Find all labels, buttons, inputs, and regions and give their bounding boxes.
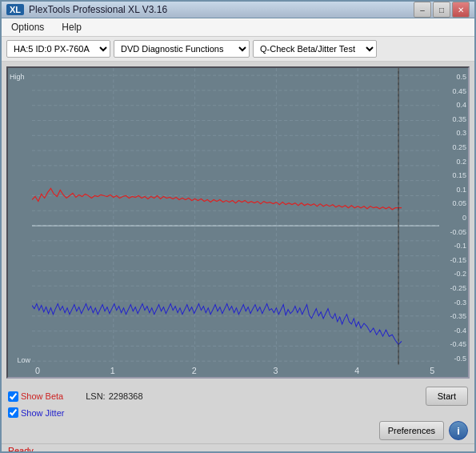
show-jitter-checkbox[interactable] [8,407,18,418]
y-labels-left: High Low [8,68,32,377]
chart-container: High Low [6,66,470,379]
y-right-17: -0.35 [441,312,466,320]
status-text: Ready [8,446,34,453]
svg-text:4: 4 [354,366,359,375]
svg-text:3: 3 [273,366,278,375]
y-label-high: High [10,73,25,81]
function-select[interactable]: DVD Diagnostic Functions [114,40,250,58]
close-button[interactable]: ✕ [452,2,470,18]
y-right-13: -0.15 [441,256,466,264]
chart-area-container: High Low [2,62,474,383]
y-right-4: 0.3 [441,129,466,137]
y-right-2: 0.4 [441,101,466,109]
controls-row1: Show Beta LSN: 2298368 Start [8,387,468,406]
menu-help[interactable]: Help [57,20,86,34]
y-right-9: 0.05 [441,199,466,207]
menu-bar: Options Help [2,18,474,37]
y-right-20: -0.5 [441,355,466,363]
lsn-value: 2298368 [109,391,143,401]
svg-text:2: 2 [192,366,197,375]
controls-row2: Show Jitter [8,407,468,418]
y-right-12: -0.1 [441,242,466,250]
y-right-7: 0.15 [441,171,466,179]
y-right-18: -0.4 [441,327,466,335]
y-right-10: 0 [441,214,466,222]
svg-text:1: 1 [110,366,115,375]
title-bar: XL PlexTools Professional XL V3.16 – □ ✕ [2,2,474,18]
start-button[interactable]: Start [426,387,468,406]
y-right-1: 0.45 [441,87,466,95]
show-beta-label[interactable]: Show Beta [8,391,63,402]
y-labels-right: 0.5 0.45 0.4 0.35 0.3 0.25 0.2 0.15 0.1 … [439,68,468,377]
test-select[interactable]: Q-Check Beta/Jitter Test [253,40,377,58]
show-jitter-label[interactable]: Show Jitter [8,407,64,418]
svg-text:0: 0 [35,366,40,375]
info-button[interactable]: i [449,421,468,440]
y-right-14: -0.2 [441,270,466,278]
app-title: PlexTools Professional XL V3.16 [29,4,167,15]
main-window: XL PlexTools Professional XL V3.16 – □ ✕… [0,0,476,453]
drive-select[interactable]: HA:5 ID:0 PX-760A [6,40,110,58]
y-right-3: 0.35 [441,115,466,123]
lsn-area: LSN: 2298368 [86,391,142,401]
y-right-8: 0.1 [441,186,466,194]
show-beta-text: Show Beta [21,391,63,401]
title-bar-left: XL PlexTools Professional XL V3.16 [6,4,167,15]
y-right-16: -0.3 [441,299,466,307]
maximize-button[interactable]: □ [433,2,450,18]
show-beta-checkbox[interactable] [8,391,18,402]
chart-plot: 0 1 2 3 4 5 [32,68,439,377]
app-logo: XL [6,4,24,15]
status-bar: Ready [2,443,474,453]
minimize-button[interactable]: – [414,2,431,18]
toolbar: HA:5 ID:0 PX-760A DVD Diagnostic Functio… [2,37,474,62]
menu-options[interactable]: Options [6,20,49,34]
y-right-0: 0.5 [441,73,466,81]
show-jitter-text: Show Jitter [21,408,64,418]
chart-svg: 0 1 2 3 4 5 [32,68,439,377]
y-right-19: -0.45 [441,340,466,348]
title-controls: – □ ✕ [414,2,470,18]
y-right-11: -0.05 [441,228,466,236]
svg-rect-0 [32,68,439,377]
lsn-label: LSN: [86,391,105,401]
bottom-panel: Show Beta LSN: 2298368 Start Show Jitter… [2,383,474,443]
preferences-button[interactable]: Preferences [379,421,444,440]
y-right-6: 0.2 [441,158,466,166]
y-right-5: 0.25 [441,143,466,151]
svg-text:5: 5 [430,366,434,375]
y-right-15: -0.25 [441,284,466,292]
y-label-low: Low [17,356,30,364]
controls-row3: Preferences i [8,421,468,440]
